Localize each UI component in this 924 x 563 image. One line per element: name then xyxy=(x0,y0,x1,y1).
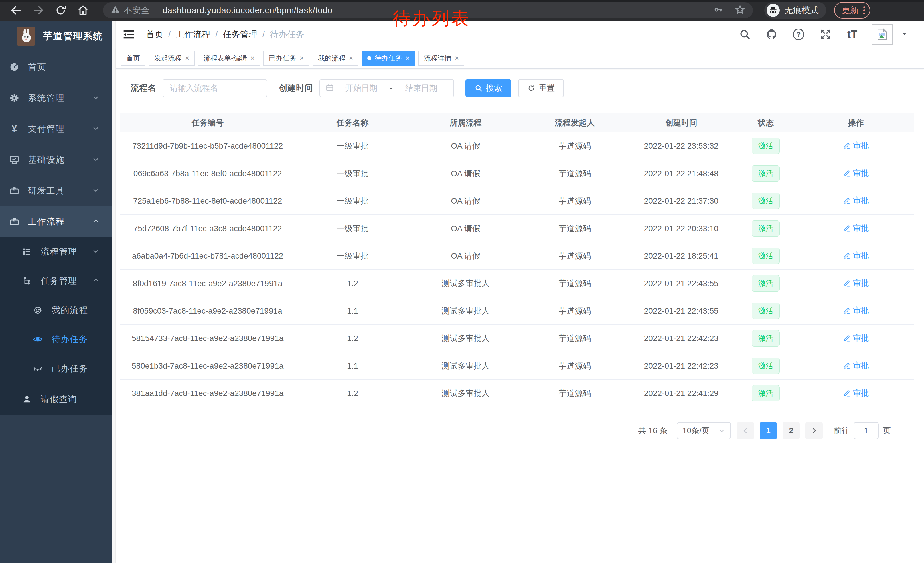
collapse-sidebar-icon[interactable] xyxy=(122,27,136,41)
page-2-button[interactable]: 2 xyxy=(783,422,800,439)
tags-view-bar: 首页 发起流程× 流程表单-编辑× 已办任务× 我的流程× 待办任务× 流程详情… xyxy=(116,48,924,69)
user-icon xyxy=(21,394,33,404)
eye-open-icon xyxy=(32,335,44,344)
sidebar-item-home[interactable]: 首页 xyxy=(0,51,112,83)
font-size-icon[interactable]: tT xyxy=(845,27,860,42)
approve-link[interactable]: 审批 xyxy=(843,140,869,151)
page-scrollbar[interactable] xyxy=(112,21,116,563)
task-table: 任务编号 任务名称 所属流程 流程发起人 创建时间 状态 操作 73211d9d… xyxy=(120,113,914,407)
address-bar[interactable]: 不安全 dashboard.yudao.iocoder.cn/bpm/task/… xyxy=(103,2,753,18)
chevron-down-icon xyxy=(92,93,100,103)
tag-my-process[interactable]: 我的流程× xyxy=(313,51,358,66)
sidebar-item-devtools[interactable]: 研发工具 xyxy=(0,175,112,206)
app-logo-row[interactable]: 芋道管理系统 xyxy=(0,21,112,51)
process-name-input[interactable] xyxy=(163,79,267,98)
next-page-button[interactable] xyxy=(806,422,823,439)
workflow-submenu: 流程管理 任务管理 我的流程 待办任务 已办任务 xyxy=(0,237,112,415)
close-icon[interactable]: × xyxy=(185,54,189,62)
reload-icon[interactable] xyxy=(54,4,67,17)
close-icon[interactable]: × xyxy=(349,54,353,62)
sidebar-item-system[interactable]: 系统管理 xyxy=(0,83,112,113)
sidebar-item-workflow[interactable]: 工作流程 xyxy=(0,206,112,237)
col-create-time: 创建时间 xyxy=(628,117,734,128)
breadcrumb-task-mgmt[interactable]: 任务管理 xyxy=(223,29,257,41)
approve-link[interactable]: 审批 xyxy=(843,278,869,289)
forward-icon[interactable] xyxy=(32,4,45,17)
page-size-select[interactable]: 10条/页 xyxy=(676,422,731,439)
close-icon[interactable]: × xyxy=(455,54,459,62)
tag-start-process[interactable]: 发起流程× xyxy=(149,51,195,66)
process-cell: 测试多审批人 xyxy=(410,333,521,344)
approve-link[interactable]: 审批 xyxy=(843,223,869,234)
process-cell: OA 请假 xyxy=(410,195,521,206)
tag-home[interactable]: 首页 xyxy=(121,51,146,66)
close-icon[interactable]: × xyxy=(300,54,304,62)
update-button[interactable]: 更新 xyxy=(834,2,870,19)
edit-pen-icon xyxy=(843,389,851,397)
sidebar: 芋道管理系统 首页 系统管理 ¥ 支付管理 基础设施 研发工具 xyxy=(0,21,112,563)
approve-link[interactable]: 审批 xyxy=(843,305,869,316)
starter-cell: 芋道源码 xyxy=(521,278,628,289)
breadcrumb-current: 待办任务 xyxy=(270,29,304,41)
toolbox-icon xyxy=(8,186,21,196)
col-status: 状态 xyxy=(734,117,798,128)
search-icon[interactable] xyxy=(737,27,752,42)
approve-link[interactable]: 审批 xyxy=(843,250,869,261)
tag-form-edit[interactable]: 流程表单-编辑× xyxy=(198,51,260,66)
app-title: 芋道管理系统 xyxy=(43,30,103,43)
sidebar-item-payment[interactable]: ¥ 支付管理 xyxy=(0,113,112,144)
task-id-cell: 58154733-7ac8-11ec-a9e2-a2380e71991a xyxy=(120,334,295,343)
caret-down-icon[interactable] xyxy=(900,30,908,39)
sidebar-item-todo-tasks[interactable]: 待办任务 xyxy=(0,325,112,354)
breadcrumb-home[interactable]: 首页 xyxy=(146,29,163,41)
sidebar-item-task-mgmt[interactable]: 任务管理 xyxy=(0,266,112,296)
home-icon[interactable] xyxy=(77,4,89,17)
github-icon[interactable] xyxy=(764,27,779,42)
prev-page-button[interactable] xyxy=(737,422,754,439)
breadcrumb-workflow[interactable]: 工作流程 xyxy=(176,29,210,41)
sidebar-item-leave-query[interactable]: 请假查询 xyxy=(0,383,112,415)
url-text: dashboard.yudao.iocoder.cn/bpm/task/todo xyxy=(163,6,333,15)
create-time-cell: 2022-01-21 22:41:29 xyxy=(628,389,734,398)
sidebar-item-my-process[interactable]: 我的流程 xyxy=(0,296,112,325)
close-icon[interactable]: × xyxy=(250,54,255,62)
page-1-button[interactable]: 1 xyxy=(760,422,777,439)
task-id-cell: 725a1eb6-7b88-11ec-8ef0-acde48001122 xyxy=(120,197,295,206)
back-icon[interactable] xyxy=(10,4,22,17)
edit-pen-icon xyxy=(843,307,851,315)
tag-process-detail[interactable]: 流程详情× xyxy=(418,51,464,66)
approve-link[interactable]: 审批 xyxy=(843,333,869,344)
avatar[interactable] xyxy=(872,24,892,45)
approve-link[interactable]: 审批 xyxy=(843,195,869,206)
table-header: 任务编号 任务名称 所属流程 流程发起人 创建时间 状态 操作 xyxy=(120,113,914,132)
active-dot xyxy=(367,56,371,60)
starter-cell: 芋道源码 xyxy=(521,388,628,399)
starter-cell: 芋道源码 xyxy=(521,306,628,317)
fullscreen-icon[interactable] xyxy=(818,27,833,42)
close-icon[interactable]: × xyxy=(406,54,410,62)
bookmark-star-icon[interactable] xyxy=(735,4,746,17)
process-cell: OA 请假 xyxy=(410,141,521,152)
task-name-cell: 1.2 xyxy=(295,389,410,398)
tag-done-tasks[interactable]: 已办任务× xyxy=(263,51,309,66)
key-icon[interactable] xyxy=(713,5,724,16)
tag-todo-tasks[interactable]: 待办任务× xyxy=(362,51,415,66)
create-time-cell: 2022-01-22 23:53:32 xyxy=(628,141,734,151)
reset-button[interactable]: 重置 xyxy=(518,79,564,98)
sidebar-item-infrastructure[interactable]: 基础设施 xyxy=(0,144,112,175)
help-icon[interactable]: ? xyxy=(791,27,806,42)
browser-menu-icon[interactable] xyxy=(863,6,865,14)
approve-link[interactable]: 审批 xyxy=(843,360,869,371)
workflow-toolbox-icon xyxy=(8,216,21,227)
sidebar-item-done-tasks[interactable]: 已办任务 xyxy=(0,354,112,383)
search-button[interactable]: 搜索 xyxy=(465,79,511,98)
incognito-label: 无痕模式 xyxy=(784,5,819,17)
approve-link[interactable]: 审批 xyxy=(843,168,869,179)
goto-page-input[interactable] xyxy=(854,422,879,439)
task-name-cell: 一级审批 xyxy=(295,168,410,179)
sidebar-item-process-mgmt[interactable]: 流程管理 xyxy=(0,237,112,266)
list-tree-icon xyxy=(21,247,33,257)
date-range-picker[interactable]: 开始日期 - 结束日期 xyxy=(320,79,454,98)
approve-link[interactable]: 审批 xyxy=(843,388,869,399)
pagination: 共 16 条 10条/页 1 2 前往 页 xyxy=(120,422,913,439)
